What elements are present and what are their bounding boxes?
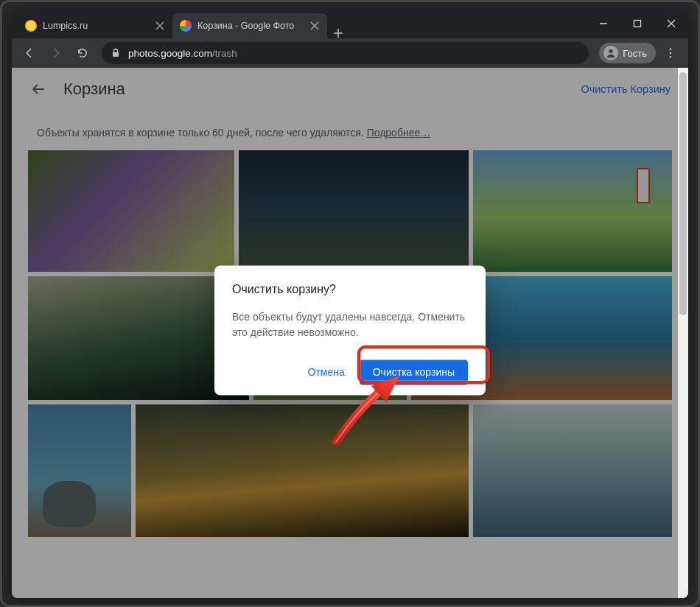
browser-window: Lumpics.ru Корзина - Google Фото photos.… [12, 9, 688, 598]
svg-point-4 [670, 52, 672, 55]
url-domain: photos.google.com [128, 48, 212, 59]
svg-point-3 [670, 48, 672, 50]
close-icon[interactable] [309, 21, 320, 31]
vertical-scrollbar[interactable] [678, 68, 688, 598]
dialog-body: Все объекты будут удалены навсегда. Отме… [232, 309, 468, 340]
svg-rect-1 [113, 52, 119, 57]
avatar-icon [603, 46, 618, 60]
tab-strip: Lumpics.ru Корзина - Google Фото [18, 9, 587, 38]
empty-trash-confirm-button[interactable]: Очистка корзины [360, 359, 468, 385]
dialog-title: Очистить корзину? [232, 283, 468, 296]
confirm-empty-trash-dialog: Очистить корзину? Все объекты будут удал… [214, 265, 486, 395]
browser-toolbar: photos.google.com/trash Гость [12, 38, 688, 68]
svg-point-2 [609, 49, 613, 53]
new-tab-button[interactable] [327, 28, 349, 38]
close-window-button[interactable] [654, 9, 688, 38]
favicon-google-photos [180, 20, 192, 32]
cancel-button[interactable]: Отмена [301, 360, 352, 384]
svg-point-5 [670, 56, 672, 58]
titlebar: Lumpics.ru Корзина - Google Фото [12, 9, 688, 38]
svg-rect-0 [634, 21, 641, 27]
guest-label: Гость [623, 48, 647, 59]
page-viewport: Корзина Очистить Корзину Объекты хранятс… [12, 68, 688, 598]
window-controls [587, 9, 688, 38]
profile-guest-chip[interactable]: Гость [599, 43, 656, 63]
close-icon[interactable] [155, 21, 165, 31]
lock-icon [111, 48, 121, 58]
address-bar[interactable]: photos.google.com/trash [102, 42, 589, 64]
url-path: /trash [212, 48, 237, 59]
tab-google-photos-trash[interactable]: Корзина - Google Фото [172, 13, 327, 38]
tab-lumpics[interactable]: Lumpics.ru [18, 13, 172, 38]
nav-forward-button[interactable] [44, 41, 68, 65]
dialog-actions: Отмена Очистка корзины [232, 359, 468, 385]
maximize-button[interactable] [620, 9, 654, 38]
tab-label: Lumpics.ru [43, 21, 150, 31]
scrollbar-thumb[interactable] [679, 72, 687, 315]
tab-label: Корзина - Google Фото [197, 21, 305, 31]
reload-button[interactable] [71, 41, 94, 65]
kebab-menu-button[interactable] [659, 41, 682, 65]
nav-back-button[interactable] [18, 41, 41, 65]
favicon-lumpics [25, 20, 37, 32]
minimize-button[interactable] [587, 9, 620, 38]
